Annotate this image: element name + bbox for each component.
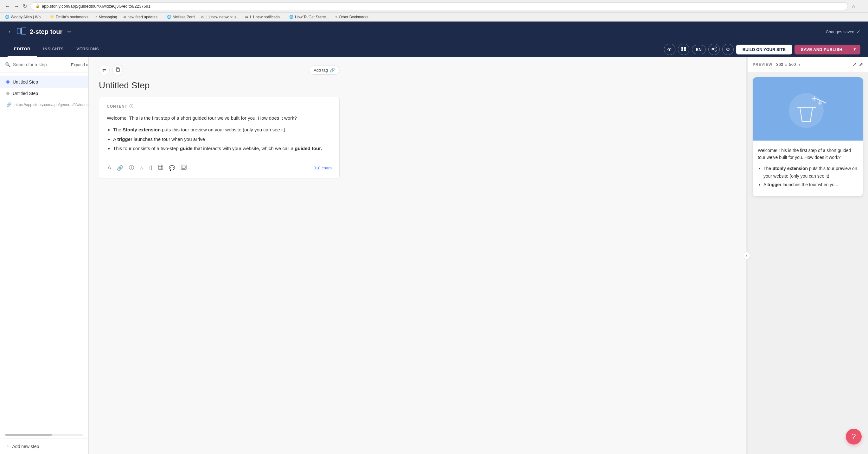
open-external-button[interactable]: ⇗ [859, 61, 863, 67]
bookmark-woody[interactable]: 🌐 Woody Allen | Wo... [4, 14, 45, 20]
preview-width: 360 [776, 62, 783, 67]
link-icon: 🔗 [6, 102, 11, 107]
step-editor: ⇄ Add tag 🔗 Untitled Step [99, 65, 340, 179]
chevron-down-icon: ▼ [853, 47, 857, 52]
tab-actions: 👁 EN [664, 44, 860, 55]
expand-preview-button[interactable]: ⤢ [852, 61, 856, 67]
content-list: The Stonly extension puts this tour prev… [107, 126, 332, 153]
bookmark-label: Emilia's bookmarks [56, 15, 88, 19]
add-tag-button[interactable]: Add tag 🔗 [309, 66, 340, 75]
url-text: app.stonly.com/app/guidedtour/XIwxjzeQ3G… [42, 4, 151, 8]
content-intro-text[interactable]: Welcome! This is the first step of a sho… [107, 114, 332, 122]
replace-icon: ⇄ [102, 67, 106, 72]
link-button[interactable]: 🔗 [116, 164, 124, 172]
copy-button[interactable] [112, 65, 123, 75]
sidebar-search-area: 🔍 Expand all [0, 57, 88, 72]
preview-dimensions: 360 x 560 ▼ [776, 62, 801, 67]
chevron-right-icon-2: 〉 [746, 254, 747, 258]
chat-button[interactable]: 💬 [168, 164, 176, 172]
step-title[interactable]: Untitled Step [99, 80, 340, 91]
step-label-2: Untitled Step [13, 91, 38, 96]
step-dot-active [6, 80, 9, 84]
panel-divider[interactable]: 〉 [746, 57, 748, 454]
share-icon [712, 46, 717, 53]
address-bar[interactable]: 🔒 app.stonly.com/app/guidedtour/XIwxjzeQ… [31, 2, 848, 10]
bookmark-feed[interactable]: in new feed updates... [122, 14, 162, 20]
tab-editor[interactable]: EDITOR [8, 42, 37, 57]
bookmark-label: How To Get Starte... [295, 15, 329, 19]
back-to-tours-button[interactable]: ← [8, 29, 13, 35]
help-bubble[interactable]: ? [846, 429, 862, 445]
linkedin-icon-4: in [245, 15, 248, 19]
code-button[interactable]: {} [148, 164, 154, 171]
share-button[interactable] [708, 44, 720, 55]
sidebar-footer: + Add new step [0, 438, 88, 454]
dimension-dropdown-button[interactable]: ▼ [798, 63, 801, 66]
info-button[interactable]: ⓘ [128, 164, 135, 172]
svg-rect-2 [681, 47, 683, 49]
tab-versions[interactable]: VERSIONS [70, 42, 105, 57]
edit-icon[interactable]: ✏ [67, 29, 71, 34]
info-icon: ⓘ [129, 165, 134, 170]
svg-point-8 [715, 50, 716, 51]
tag-icon: 🔗 [330, 68, 335, 72]
browser-chrome: ← → ↻ 🔒 app.stonly.com/app/guidedtour/XI… [0, 0, 868, 13]
tab-insights[interactable]: INSIGHTS [37, 42, 70, 57]
bold-guide: guide [180, 145, 193, 151]
steps-list: Untitled Step Untitled Step 🔗 https://ap… [0, 72, 88, 434]
expand-all-button[interactable]: Expand all [71, 62, 89, 67]
char-count: 318 chars [314, 166, 332, 170]
refresh-button[interactable]: ↻ [22, 3, 28, 10]
preview-actions: ⤢ ⇗ [852, 61, 863, 67]
preview-panel: PREVIEW 360 x 560 ▼ ⤢ ⇗ [748, 57, 868, 454]
save-and-publish-button[interactable]: SAVE AND PUBLISH [795, 45, 849, 55]
nav-tabs: EDITOR INSIGHTS VERSIONS 👁 EN [0, 42, 868, 57]
preview-eye-button[interactable]: 👁 [664, 44, 675, 55]
horizontal-scrollbar[interactable] [5, 434, 83, 435]
layout-button[interactable] [678, 44, 689, 55]
language-button[interactable]: EN [692, 45, 706, 54]
bookmark-label: Other Bookmarks [339, 15, 368, 19]
bookmark-notif[interactable]: in 1 1 new notificatio... [244, 14, 284, 20]
svg-rect-4 [681, 50, 683, 51]
build-on-site-button[interactable]: BUILD ON YOUR SITE [736, 45, 792, 55]
bookmark-melissa[interactable]: 🌐 Melissa Perri [166, 14, 196, 20]
content-help-icon[interactable]: ⓘ [129, 103, 134, 109]
forward-button[interactable]: → [13, 3, 20, 10]
list-item-3: This tour consists of a two-step guide t… [113, 144, 332, 153]
settings-button[interactable]: ⚙ [722, 44, 734, 55]
bracket-icon [181, 165, 187, 171]
bookmark-emilia[interactable]: 📁 Emilia's bookmarks [49, 14, 90, 20]
bookmark-messaging[interactable]: in Messaging [93, 14, 119, 20]
add-step-button[interactable]: + Add new step [6, 443, 39, 450]
search-input[interactable] [13, 62, 68, 67]
back-button[interactable]: ← [4, 3, 11, 10]
preview-strong-1: Stonly extension [772, 166, 808, 171]
star-button[interactable]: ☆ [850, 3, 857, 10]
svg-point-6 [715, 47, 716, 48]
strong-stonly: Stonly extension [123, 127, 161, 132]
collapse-panel-button[interactable]: 〉 [743, 252, 750, 259]
editor-area: ⇄ Add tag 🔗 Untitled Step [89, 57, 746, 454]
content-label: CONTENT ⓘ [107, 103, 332, 109]
bookmark-network[interactable]: in 1 1 new network u... [199, 14, 240, 20]
step-item-2[interactable]: Untitled Step [0, 88, 88, 99]
menu-button[interactable]: ⋮ [858, 3, 864, 10]
bookmark-how-to[interactable]: 🌐 How To Get Starte... [288, 14, 331, 20]
svg-rect-18 [182, 166, 185, 168]
bookmark-label: Messaging [99, 15, 117, 19]
font-button[interactable]: A [107, 164, 112, 171]
preview-strong-2: trigger [767, 182, 781, 187]
preview-list-item-2: A trigger launches the tour when yo... [764, 181, 858, 189]
table-button[interactable] [157, 164, 164, 172]
search-icon: 🔍 [5, 62, 10, 67]
step-item-1[interactable]: Untitled Step [0, 76, 88, 88]
step-dot-2 [6, 92, 9, 95]
bracket-button[interactable] [180, 164, 188, 172]
warning-button[interactable]: △ [139, 164, 145, 172]
link-item[interactable]: 🔗 https://app.stonly.com/app/general/0/w… [0, 99, 88, 110]
svg-line-10 [713, 50, 715, 50]
replace-button[interactable]: ⇄ [99, 65, 110, 75]
save-publish-dropdown-button[interactable]: ▼ [849, 45, 860, 55]
bookmark-more[interactable]: » Other Bookmarks [334, 14, 370, 20]
